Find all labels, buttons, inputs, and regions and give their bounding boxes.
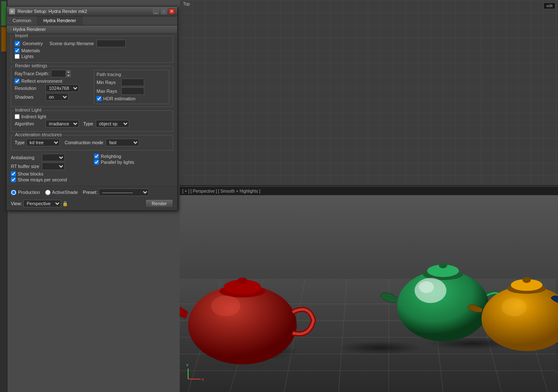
svg-point-40 [237,277,247,284]
resolution-label: Resolution [15,86,44,91]
shadows-select[interactable]: on off [46,93,69,101]
activeshade-label: ActiveShade [52,190,78,195]
preset-label: Preset: [83,190,97,195]
view-select[interactable]: Perspective Top Front [23,200,61,207]
il-type-label: Type [83,121,93,126]
dialog-title: Render Setup: Hydra Render mk2 [18,9,87,14]
raytrace-row: RayTrace Depth: 4 ▲ ▼ [15,70,90,77]
construction-mode-select[interactable]: fast quality auto [106,139,139,146]
render-button[interactable]: Render [145,199,173,208]
hdr-label: HDR estimation [103,96,135,101]
resolution-select[interactable]: 1024x768 640x480 1280x720 [46,84,79,92]
production-radio[interactable] [11,190,16,195]
raytrace-label: RayTrace Depth: [15,71,49,76]
materials-checkbox[interactable] [15,48,20,53]
il-type-select[interactable]: object sp world sp [96,120,129,127]
viewport-perspective: [ + ] [ Perspective ] [ Smooth + Highlig… [180,187,558,392]
min-rays-input[interactable]: 8 [121,79,144,86]
import-group: Import Geometry Scene dump filename C:/[… [11,36,173,63]
parallel-checkbox[interactable] [94,160,99,165]
viewport-area: Top edit [180,0,558,392]
render-settings-right: Path tracing Min Rays 8 Max Rays 500 [94,70,169,104]
construction-mode-label: Construction mode [65,140,103,145]
render-settings-label: Render settings [14,63,48,68]
raytrace-spinbox: 4 ▲ ▼ [51,70,71,77]
show-blocks-row: Show blocks [11,171,173,176]
relighting-label: Relighting [101,154,121,159]
hdr-checkbox[interactable] [97,96,102,101]
indirect-light-label: Indirect Light [14,107,43,112]
geometry-checkbox[interactable] [15,41,20,46]
show-mrays-row: Show mrays per second [11,177,173,182]
show-blocks-label: Show blocks [18,171,43,176]
algorithm-select[interactable]: irradiance path tracing [46,120,79,127]
show-mrays-checkbox[interactable] [11,177,16,182]
dialog-title-area: R Render Setup: Hydra Render mk2 [9,8,87,14]
rt-buffer-select[interactable]: 256 512 [42,163,65,170]
import-group-content: Geometry Scene dump filename C:/[Derp]/p… [15,40,169,59]
tab-common[interactable]: Common [7,16,38,25]
hdr-row: HDR estimation [97,96,166,101]
preset-select[interactable]: -------------------- [99,188,149,196]
resolution-row: Resolution 1024x768 640x480 1280x720 [15,84,90,92]
dialog-content: Import Geometry Scene dump filename C:/[… [7,33,177,186]
materials-label: Materials [21,48,40,53]
view-lock-icon[interactable]: 🔒 [62,201,68,206]
accel-label: Acceleration structures [14,132,63,137]
aa-left: Antialiasing none 2x 4x RT buffer size 2… [11,154,90,171]
accel-type-select[interactable]: kd tree bvh embree [26,139,60,146]
activeshade-radio-row: ActiveShade [45,190,78,195]
path-tracing-box: Path tracing Min Rays 8 Max Rays 500 [94,70,169,104]
indirect-light-checkbox[interactable] [15,114,20,119]
activeshade-radio[interactable] [45,190,51,195]
max-rays-input[interactable]: 500 [121,87,144,95]
accel-content: Type kd tree bvh embree Construction mod… [15,139,169,146]
svg-point-41 [211,295,240,316]
view-label: View: [11,201,22,206]
tab-hydra-renderer[interactable]: Hydra Renderer [38,16,82,25]
scene-dump-label: Scene dump filename [49,41,94,46]
parallel-row: Parallel by lights [94,160,173,165]
view-row: View: Perspective Top Front 🔒 [11,200,68,207]
relighting-row: Relighting [94,154,173,159]
raytrace-input[interactable]: 4 [51,70,66,77]
render-settings-left: RayTrace Depth: 4 ▲ ▼ Reflect [15,70,90,104]
minimize-button[interactable]: _ [153,8,159,14]
accel-row: Type kd tree bvh embree Construction mod… [15,139,169,146]
rt-buffer-row: RT buffer size 256 512 [11,163,90,170]
min-rays-row: Min Rays 8 [97,79,166,86]
indirect-light-check-label: Indirect light [21,114,46,119]
perspective-bar-text: [ + ] [ Perspective ] [ Smooth + Highlig… [182,189,260,193]
scene-dump-input[interactable]: C:/[Derp]/plu [97,40,126,47]
app-icon: R [9,8,15,14]
algorithm-row: Algorithm irradiance path tracing Type o… [15,120,169,127]
max-rays-label: Max Rays [97,89,120,94]
panel-title: Hydra Renderer [13,27,46,32]
maximize-button[interactable]: □ [161,8,167,14]
lights-checkbox[interactable] [15,54,20,59]
reflect-env-checkbox[interactable] [15,79,20,84]
aa-select[interactable]: none 2x 4x [42,154,65,161]
relighting-checkbox[interactable] [94,154,99,159]
raytrace-down-button[interactable]: ▼ [66,74,71,77]
preset-row: Preset: -------------------- [83,188,149,196]
max-rays-row: Max Rays 500 [97,87,166,95]
algorithm-label: Algorithm [15,121,44,126]
show-mrays-label: Show mrays per second [18,177,67,182]
raytrace-up-button[interactable]: ▲ [66,70,71,74]
production-radio-row: Production [11,190,40,195]
top-viewport-edit-button[interactable]: edit [543,3,555,9]
shadows-row: Shadows on off [15,93,90,101]
accel-structures-group: Acceleration structures Type kd tree bvh… [11,135,173,150]
collapse-icon[interactable]: - [10,27,11,32]
top-viewport-svg: X Y Z [180,0,305,63]
dialog-titlebar: R Render Setup: Hydra Render mk2 _ □ ✕ [7,7,177,16]
show-blocks-checkbox[interactable] [11,171,16,176]
close-button[interactable]: ✕ [169,8,175,14]
parallel-label: Parallel by lights [101,160,134,165]
materials-row: Materials [15,48,169,53]
viewport-top: Top edit [180,0,558,186]
import-group-label: Import [14,33,29,38]
render-settings-content: RayTrace Depth: 4 ▲ ▼ Reflect [15,70,169,104]
geometry-row: Geometry Scene dump filename C:/[Derp]/p… [15,40,169,47]
